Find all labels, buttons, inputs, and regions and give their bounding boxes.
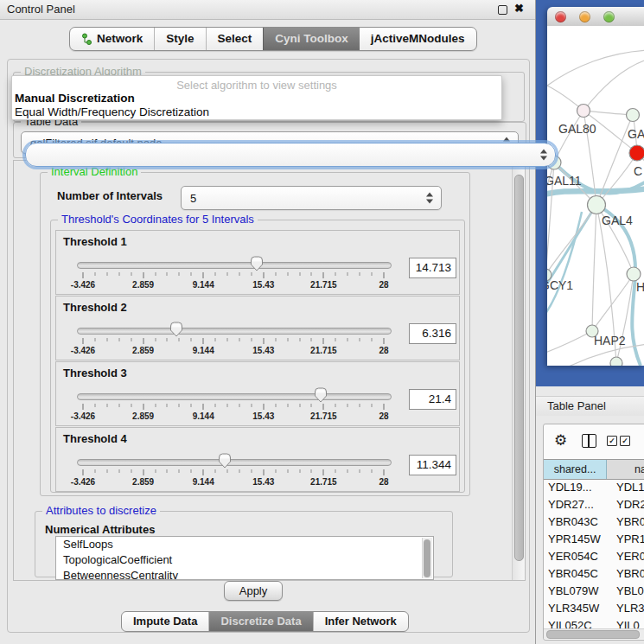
table-cell: YBR045C [544,565,612,583]
gear-icon[interactable]: ⚙ [554,431,567,450]
table-row[interactable]: YER054CYER0 [544,548,644,565]
table-row[interactable]: YBL079WYBL0 [544,583,644,600]
algorithm-popup-hint: Select algorithm to view settings [12,79,501,92]
network-node-label: H [636,280,644,294]
threshold-1-slider[interactable]: -3.4262.8599.14415.4321.71528 [77,255,390,291]
table-cell: YBL0 [612,583,644,600]
slider-thumb[interactable] [314,387,327,403]
table-cell: YPR145W [544,531,612,548]
network-view-window[interactable]: GAL80GACGAL11GAL4GCY1HHAP2 [547,7,644,366]
network-node[interactable] [577,105,590,118]
threshold-4-slider[interactable]: -3.4262.8599.14415.4321.71528 [77,452,390,488]
algorithm-dropdown-popup: Select algorithm to view settings Manual… [11,75,502,120]
threshold-1-value-field[interactable]: 14.713 [409,258,456,278]
tab-infer-network[interactable]: Infer Network [313,612,408,631]
zoom-traffic-light-icon[interactable] [603,11,615,22]
threshold-2-value-field[interactable]: 6.316 [409,323,456,344]
tab-discretize-data[interactable]: Discretize Data [208,612,312,631]
float-window-icon[interactable] [498,5,507,15]
attribute-item[interactable]: BetweennessCentrality [56,568,433,580]
slider-tick-label: 9.144 [193,346,214,355]
slider-thumb[interactable] [169,322,182,337]
table-horizontal-scrollbar[interactable] [544,628,644,639]
threshold-4-panel: Threshold 4 -3.4262.8599.14415.4321.7152… [55,427,460,492]
column-header-shared-name[interactable]: shared... [544,460,607,479]
tab-jactivemnodules[interactable]: jActiveMNodules [360,28,476,50]
popup-option-equal-width-frequency[interactable]: Equal Width/Frequency Discretization [15,105,209,118]
combo-stepper-icon [426,193,434,204]
table-row[interactable]: YLR345WYLR3 [544,600,644,617]
number-of-intervals-combobox[interactable]: 5 [181,186,442,210]
tab-select[interactable]: Select [206,28,264,50]
table-cell: YBR0 [612,565,644,583]
table-cell: YDL19... [544,479,612,496]
checkbox-icon[interactable]: ✓ [607,436,617,446]
column-header-name[interactable]: na [607,460,644,479]
attribute-item[interactable]: SelfLoops [56,537,433,552]
table-row[interactable]: YDL19...YDL1 [544,479,644,496]
network-window-titlebar[interactable] [547,7,644,27]
combo-stepper-icon [540,150,548,161]
network-node[interactable] [627,267,641,281]
cyni-toolbox-panel: Discretization Algorithm Select algorith… [7,59,530,633]
close-icon[interactable]: ✖ [514,2,524,15]
slider-tick-label: 15.43 [252,346,274,355]
slider-thumb[interactable] [218,453,231,469]
slider-thumb[interactable] [250,256,263,271]
split-columns-icon[interactable] [582,434,596,448]
table-row[interactable]: YPR145WYPR1 [544,531,644,548]
tab-label: Cyni Toolbox [275,28,348,50]
threshold-3-value-field[interactable]: 21.4 [409,389,456,410]
threshold-3-slider[interactable]: -3.4262.8599.14415.4321.71528 [77,386,390,423]
numerical-attributes-label: Numerical Attributes [45,523,155,536]
table-cell: YER0 [612,548,644,565]
panel-vertical-scrollbar[interactable] [512,161,525,580]
network-node[interactable] [627,109,640,122]
scrollbar-thumb[interactable] [424,539,430,577]
slider-tick-label: -3.426 [71,477,95,487]
threshold-1-label: Threshold 1 [63,235,127,248]
checkbox-icon[interactable]: ✓ [620,436,630,446]
tab-impute-data[interactable]: Impute Data [122,612,208,631]
network-node-label: C [634,164,642,178]
minimize-traffic-light-icon[interactable] [579,11,590,22]
tab-network[interactable]: Network [70,28,154,50]
network-node[interactable] [629,145,644,161]
network-canvas[interactable]: GAL80GACGAL11GAL4GCY1HHAP2 [547,26,644,366]
table-panel-body: ⚙ ✓ ✓ shared... na YDL19...YDL1YDR27...Y… [536,416,644,644]
network-node-label: GAL4 [602,214,633,227]
scrollbar-thumb[interactable] [514,175,524,561]
network-node[interactable] [588,196,606,214]
table-row[interactable]: YBR043CYBR0 [544,513,644,531]
network-node-label: GAL11 [547,174,582,188]
control-panel-tabs: Network Style Select Cyni Toolbox jActiv… [69,27,477,51]
threshold-2-panel: Threshold 2 -3.4262.8599.14415.4321.7152… [55,296,460,360]
table-cell: YPR1 [612,531,644,548]
attribute-item[interactable]: TopologicalCoefficient [56,552,433,568]
slider-tick-label: 2.859 [132,477,154,487]
right-panel: GAL80GACGAL11GAL4GCY1HHAP2 Table Panel ⚙… [536,0,644,644]
threshold-4-value-field[interactable]: 11.344 [409,455,456,475]
interval-definition-group-title: Interval Definition [48,165,141,178]
threshold-2-label: Threshold 2 [63,301,127,314]
scrollbar-thumb[interactable] [546,630,640,639]
threshold-2-slider[interactable]: -3.4262.8599.14415.4321.71528 [77,321,390,357]
tab-style[interactable]: Style [154,28,205,50]
control-panel-titlebar: Control Panel ✖ [0,0,535,20]
table-cell: YBR0 [612,513,644,531]
table-row[interactable]: YBR045CYBR0 [544,565,644,583]
apply-button[interactable]: Apply [224,581,283,601]
tab-cyni-toolbox[interactable]: Cyni Toolbox [263,28,360,50]
attributes-list-scrollbar[interactable] [422,538,432,578]
network-node[interactable] [610,357,622,366]
slider-tick-label: 2.859 [132,411,154,421]
slider-tick-label: 28 [379,411,388,421]
table-row[interactable]: YDR27...YDR2 [544,496,644,513]
tab-label: Network [97,28,143,50]
close-traffic-light-icon[interactable] [555,11,566,22]
algorithm-combobox[interactable] [25,143,556,167]
popup-option-manual-discretization[interactable]: Manual Discretization [15,92,135,105]
tab-label: Select [218,28,252,50]
numerical-attributes-list[interactable]: SelfLoopsTopologicalCoefficientBetweenne… [55,536,434,580]
table-cell: YLR3 [612,600,644,617]
